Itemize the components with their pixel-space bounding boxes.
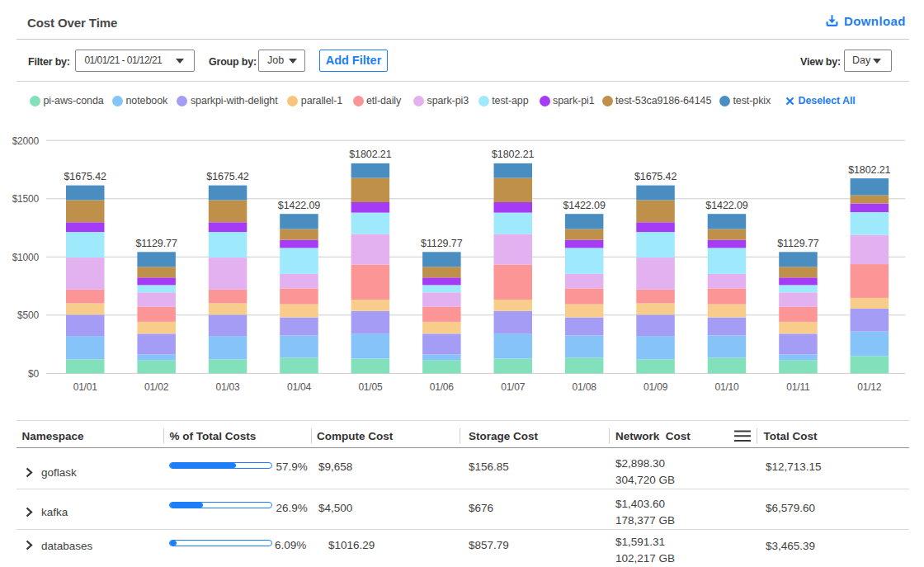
svg-text:$1802.21: $1802.21 <box>848 164 890 176</box>
svg-text:$1500: $1500 <box>12 193 40 205</box>
svg-text:01/10: 01/10 <box>714 381 739 393</box>
svg-text:01/04: 01/04 <box>287 381 312 393</box>
svg-text:$1422.09: $1422.09 <box>705 200 747 211</box>
svg-text:01/07: 01/07 <box>501 381 526 393</box>
svg-text:$1000: $1000 <box>12 252 40 263</box>
svg-text:01/08: 01/08 <box>573 381 597 393</box>
svg-text:$1129.77: $1129.77 <box>421 238 463 249</box>
svg-text:$1129.77: $1129.77 <box>135 238 177 249</box>
svg-text:$0: $0 <box>28 368 39 380</box>
svg-text:$1422.09: $1422.09 <box>278 200 320 211</box>
svg-text:01/01: 01/01 <box>73 381 98 393</box>
svg-text:$1675.42: $1675.42 <box>206 171 248 182</box>
svg-text:$1675.42: $1675.42 <box>64 171 106 182</box>
svg-text:01/06: 01/06 <box>430 381 455 393</box>
svg-text:01/12: 01/12 <box>857 381 882 393</box>
svg-text:$1675.42: $1675.42 <box>634 171 676 182</box>
svg-text:$500: $500 <box>17 309 39 321</box>
svg-text:01/02: 01/02 <box>144 381 169 393</box>
svg-text:01/05: 01/05 <box>358 381 383 393</box>
svg-text:$1129.77: $1129.77 <box>777 238 819 249</box>
svg-text:$2000: $2000 <box>12 135 40 147</box>
svg-text:01/09: 01/09 <box>644 381 668 393</box>
svg-text:$1802.21: $1802.21 <box>349 149 391 160</box>
svg-text:$1802.21: $1802.21 <box>492 149 534 160</box>
svg-text:01/11: 01/11 <box>786 381 810 393</box>
svg-text:01/03: 01/03 <box>215 381 240 393</box>
svg-text:$1422.09: $1422.09 <box>563 200 605 211</box>
